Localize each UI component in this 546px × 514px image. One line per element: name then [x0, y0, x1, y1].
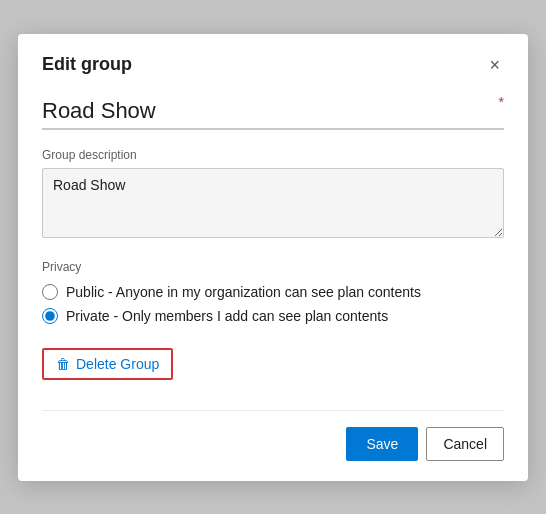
description-textarea[interactable]: Road Show: [42, 168, 504, 238]
description-section: Group description Road Show: [42, 148, 504, 242]
privacy-section: Privacy Public - Anyone in my organizati…: [42, 260, 504, 324]
trash-icon: 🗑: [56, 356, 70, 372]
privacy-label: Privacy: [42, 260, 504, 274]
cancel-button[interactable]: Cancel: [426, 427, 504, 461]
modal-footer: Save Cancel: [42, 410, 504, 461]
modal-header: Edit group ×: [42, 54, 504, 76]
privacy-public-label: Public - Anyone in my organization can s…: [66, 284, 421, 300]
save-button[interactable]: Save: [346, 427, 418, 461]
delete-group-button[interactable]: 🗑 Delete Group: [42, 348, 173, 380]
privacy-public-radio[interactable]: [42, 284, 58, 300]
close-button[interactable]: ×: [485, 54, 504, 76]
privacy-private-radio[interactable]: [42, 308, 58, 324]
privacy-private-option[interactable]: Private - Only members I add can see pla…: [42, 308, 504, 324]
modal-title: Edit group: [42, 54, 132, 75]
group-name-section: *: [42, 94, 504, 130]
delete-group-label: Delete Group: [76, 356, 159, 372]
modal-overlay: Edit group × * Group description Road Sh…: [0, 0, 546, 514]
edit-group-modal: Edit group × * Group description Road Sh…: [18, 34, 528, 481]
group-name-input[interactable]: [42, 94, 504, 130]
privacy-public-option[interactable]: Public - Anyone in my organization can s…: [42, 284, 504, 300]
privacy-private-label: Private - Only members I add can see pla…: [66, 308, 388, 324]
description-label: Group description: [42, 148, 504, 162]
required-indicator: *: [499, 94, 504, 110]
